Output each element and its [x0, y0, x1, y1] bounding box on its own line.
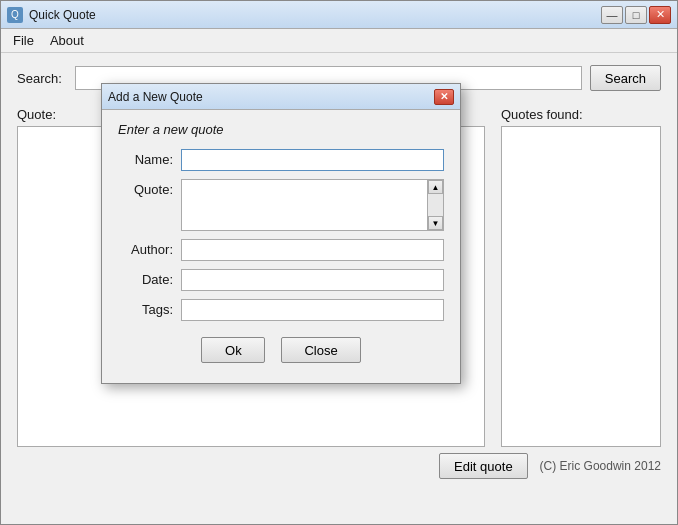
- menu-item-file[interactable]: File: [5, 31, 42, 50]
- tags-label: Tags:: [118, 299, 173, 317]
- dialog-title-bar: Add a New Quote ✕: [102, 84, 460, 110]
- main-content: Search: Search Quote: Quotes found: Edit…: [1, 53, 677, 524]
- menu-item-about[interactable]: About: [42, 31, 92, 50]
- modal-overlay: Add a New Quote ✕ Enter a new quote Name…: [1, 53, 677, 524]
- name-row: Name:: [118, 149, 444, 171]
- name-input[interactable]: [181, 149, 444, 171]
- quote-row: Quote: ▲ ▼: [118, 179, 444, 231]
- window-controls: — □ ✕: [601, 6, 671, 24]
- ok-button[interactable]: Ok: [201, 337, 265, 363]
- author-row: Author:: [118, 239, 444, 261]
- menu-bar: File About: [1, 29, 677, 53]
- date-label: Date:: [118, 269, 173, 287]
- quote-field-label: Quote:: [118, 179, 173, 197]
- scroll-down-btn[interactable]: ▼: [428, 216, 443, 230]
- tags-input[interactable]: [181, 299, 444, 321]
- dialog-title: Add a New Quote: [108, 90, 434, 104]
- window-title: Quick Quote: [29, 8, 601, 22]
- close-button[interactable]: Close: [281, 337, 360, 363]
- title-bar: Q Quick Quote — □ ✕: [1, 1, 677, 29]
- author-input[interactable]: [181, 239, 444, 261]
- dialog-close-title-button[interactable]: ✕: [434, 89, 454, 105]
- add-quote-dialog: Add a New Quote ✕ Enter a new quote Name…: [101, 83, 461, 384]
- name-label: Name:: [118, 149, 173, 167]
- quote-textarea[interactable]: [182, 180, 427, 230]
- maximize-button[interactable]: □: [625, 6, 647, 24]
- date-input[interactable]: [181, 269, 444, 291]
- quote-scrollbar: ▲ ▼: [427, 180, 443, 230]
- dialog-footer: Ok Close: [118, 329, 444, 367]
- tags-row: Tags:: [118, 299, 444, 321]
- close-window-button[interactable]: ✕: [649, 6, 671, 24]
- main-window: Q Quick Quote — □ ✕ File About Search: S…: [0, 0, 678, 525]
- dialog-subtitle: Enter a new quote: [118, 122, 444, 137]
- minimize-button[interactable]: —: [601, 6, 623, 24]
- date-row: Date:: [118, 269, 444, 291]
- app-icon: Q: [7, 7, 23, 23]
- scroll-up-btn[interactable]: ▲: [428, 180, 443, 194]
- author-label: Author:: [118, 239, 173, 257]
- quote-textarea-wrapper: ▲ ▼: [181, 179, 444, 231]
- dialog-body: Enter a new quote Name: Quote:: [102, 110, 460, 383]
